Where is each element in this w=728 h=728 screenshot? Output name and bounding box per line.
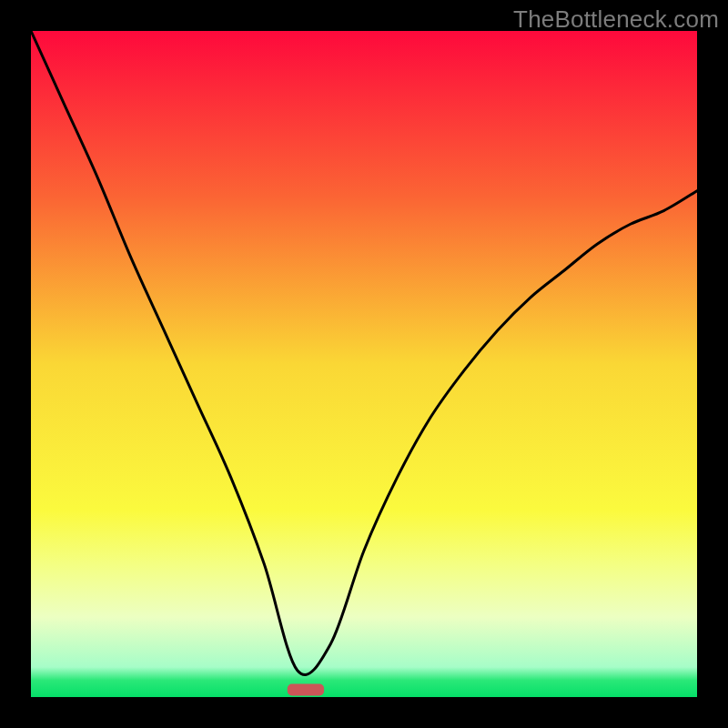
gradient-background xyxy=(31,31,697,697)
bottleneck-chart xyxy=(31,31,697,697)
watermark-text: TheBottleneck.com xyxy=(513,5,719,34)
chart-frame: TheBottleneck.com xyxy=(0,0,728,728)
optimum-marker xyxy=(288,683,324,695)
